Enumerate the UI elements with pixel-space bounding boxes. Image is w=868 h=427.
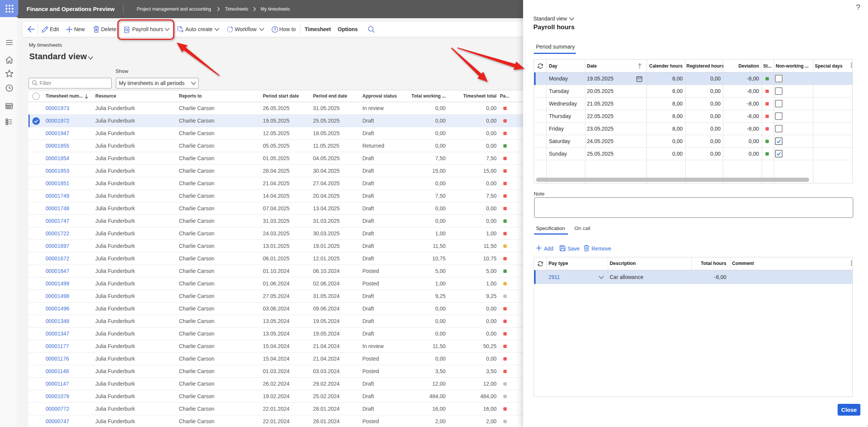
svg-text:?: ? <box>274 27 276 32</box>
